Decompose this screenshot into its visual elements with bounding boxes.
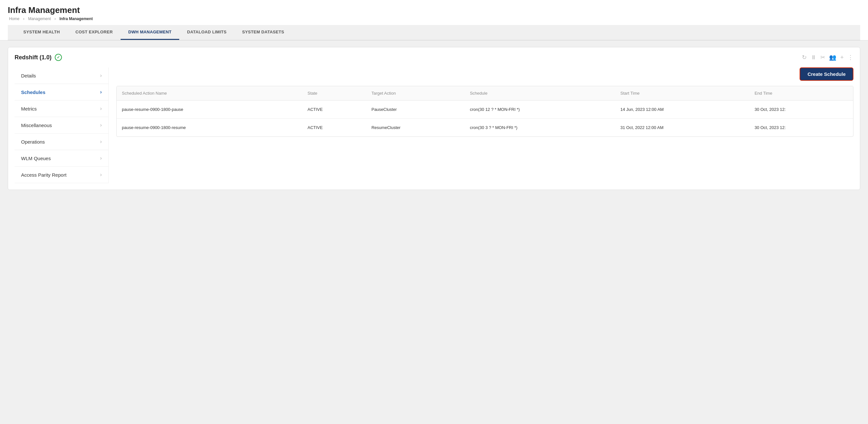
col-header-schedule: Schedule [465, 86, 615, 100]
row2-start-time: 31 Oct, 2022 12:00 AM [615, 119, 749, 137]
card-actions: ↻ ⏸ ✂ 👥 + ⋮ [802, 54, 854, 61]
sidebar-item-schedules[interactable]: Schedules › [14, 84, 108, 100]
scissors-icon[interactable]: ✂ [820, 54, 825, 61]
row1-start-time: 14 Jun, 2023 12:00 AM [615, 100, 749, 119]
plus-icon[interactable]: + [840, 54, 844, 61]
sidebar-item-miscellaneous[interactable]: Miscellaneous › [14, 117, 108, 133]
col-header-end-time: End Time [749, 86, 853, 100]
tab-dataload-limits[interactable]: DATALOAD LIMITS [179, 25, 234, 40]
content-panel: Create Schedule Scheduled Action Name St… [108, 67, 854, 183]
col-header-state: State [302, 86, 366, 100]
chevron-access-icon: › [100, 172, 102, 178]
tab-cost-explorer[interactable]: COST EXPLORER [68, 25, 121, 40]
chevron-misc-icon: › [100, 122, 102, 128]
row1-action-name: pause-resume-0900-1800-pause [117, 100, 302, 119]
tab-dwh-management[interactable]: DWH MANAGEMENT [121, 25, 179, 40]
breadcrumb-management[interactable]: Management [28, 17, 51, 21]
col-header-action-name: Scheduled Action Name [117, 86, 302, 100]
row1-target-action: PauseCluster [366, 100, 465, 119]
sidebar-item-metrics[interactable]: Metrics › [14, 100, 108, 117]
status-icon: ✓ [55, 54, 62, 61]
row2-action-name: pause-resume-0900-1800-resume [117, 119, 302, 137]
sidebar-label-operations: Operations [21, 139, 45, 145]
sidebar-item-access-parity[interactable]: Access Parity Report › [14, 166, 108, 183]
tab-system-health[interactable]: SYSTEM HEALTH [16, 25, 68, 40]
sidebar-label-schedules: Schedules [21, 89, 45, 95]
users-icon[interactable]: 👥 [829, 54, 836, 61]
breadcrumb-sep2: › [55, 17, 57, 21]
table-row: pause-resume-0900-1800-pause ACTIVE Paus… [117, 100, 853, 119]
breadcrumb: Home › Management › Infra Management [8, 17, 860, 21]
tab-system-datasets[interactable]: SYSTEM DATASETS [234, 25, 292, 40]
row2-state: ACTIVE [302, 119, 366, 137]
row1-schedule: cron(30 12 ? * MON-FRI *) [465, 100, 615, 119]
tabs-bar: SYSTEM HEALTH COST EXPLORER DWH MANAGEME… [8, 25, 860, 40]
breadcrumb-home[interactable]: Home [9, 17, 20, 21]
breadcrumb-sep1: › [23, 17, 25, 21]
row1-end-time: 30 Oct, 2023 12: [749, 100, 853, 119]
page-title: Infra Management [8, 5, 860, 15]
more-icon[interactable]: ⋮ [847, 54, 854, 61]
breadcrumb-current: Infra Management [59, 17, 93, 21]
refresh-icon[interactable]: ↻ [802, 54, 807, 61]
card-header: Redshift (1.0) ✓ ↻ ⏸ ✂ 👥 + ⋮ [14, 54, 854, 61]
row2-end-time: 30 Oct, 2023 12: [749, 119, 853, 137]
schedules-table: Scheduled Action Name State Target Actio… [116, 86, 854, 137]
sidebar-item-operations[interactable]: Operations › [14, 133, 108, 150]
col-header-target-action: Target Action [366, 86, 465, 100]
create-schedule-button[interactable]: Create Schedule [800, 67, 854, 81]
chevron-schedules-icon: › [100, 89, 102, 95]
sidebar-label-wlm: WLM Queues [21, 156, 51, 161]
pause-icon[interactable]: ⏸ [811, 54, 816, 61]
chevron-operations-icon: › [100, 139, 102, 145]
chevron-wlm-icon: › [100, 155, 102, 161]
chevron-metrics-icon: › [100, 106, 102, 112]
card-title: Redshift (1.0) [14, 54, 52, 61]
sidebar-item-wlm-queues[interactable]: WLM Queues › [14, 150, 108, 166]
sidebar-item-details[interactable]: Details › [14, 67, 108, 84]
sidebar-label-access-parity: Access Parity Report [21, 172, 66, 178]
sidebar-label-metrics: Metrics [21, 106, 37, 112]
sidebar-label-miscellaneous: Miscellaneous [21, 123, 52, 128]
row2-target-action: ResumeCluster [366, 119, 465, 137]
col-header-start-time: Start Time [615, 86, 749, 100]
sidebar-label-details: Details [21, 73, 36, 79]
row1-state: ACTIVE [302, 100, 366, 119]
table-row: pause-resume-0900-1800-resume ACTIVE Res… [117, 119, 853, 137]
row2-schedule: cron(30 3 ? * MON-FRI *) [465, 119, 615, 137]
chevron-details-icon: › [100, 72, 102, 79]
sidebar-nav: Details › Schedules › Metrics › Miscella… [14, 67, 108, 183]
